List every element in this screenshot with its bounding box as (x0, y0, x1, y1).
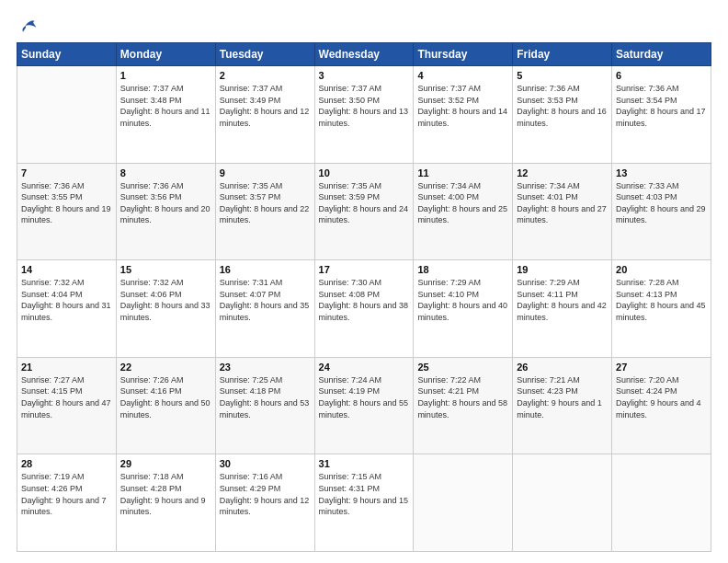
sunset-text: Sunset: 4:10 PM (417, 290, 479, 299)
sunset-text: Sunset: 4:23 PM (517, 386, 578, 396)
weekday-header: Saturday (612, 43, 711, 66)
day-number: 15 (120, 264, 211, 275)
day-info: Sunrise: 7:37 AM Sunset: 3:52 PM Dayligh… (417, 83, 508, 129)
day-number: 19 (517, 264, 608, 275)
sunrise-text: Sunrise: 7:16 AM (220, 472, 283, 481)
daylight-text: Daylight: 9 hours and 7 minutes. (21, 496, 107, 517)
calendar-day-cell: 6 Sunrise: 7:36 AM Sunset: 3:54 PM Dayli… (612, 66, 711, 164)
sunset-text: Sunset: 3:56 PM (120, 192, 182, 201)
sunrise-text: Sunrise: 7:36 AM (517, 84, 580, 93)
day-info: Sunrise: 7:36 AM Sunset: 3:54 PM Dayligh… (616, 83, 707, 129)
calendar-day-cell: 18 Sunrise: 7:29 AM Sunset: 4:10 PM Dayl… (414, 260, 513, 358)
sunrise-text: Sunrise: 7:29 AM (417, 278, 481, 287)
day-number: 8 (120, 167, 211, 178)
sunset-text: Sunset: 4:15 PM (21, 386, 83, 396)
calendar-week-row: 7 Sunrise: 7:36 AM Sunset: 3:55 PM Dayli… (17, 163, 711, 260)
day-number: 9 (220, 167, 311, 178)
day-info: Sunrise: 7:18 AM Sunset: 4:28 PM Dayligh… (120, 471, 211, 517)
day-info: Sunrise: 7:25 AM Sunset: 4:18 PM Dayligh… (220, 374, 311, 420)
sunset-text: Sunset: 4:19 PM (319, 386, 381, 396)
calendar-day-cell: 25 Sunrise: 7:22 AM Sunset: 4:21 PM Dayl… (414, 357, 513, 454)
daylight-text: Daylight: 8 hours and 16 minutes. (517, 107, 607, 128)
day-info: Sunrise: 7:34 AM Sunset: 4:01 PM Dayligh… (517, 180, 608, 226)
day-info: Sunrise: 7:36 AM Sunset: 3:55 PM Dayligh… (21, 180, 112, 226)
sunrise-text: Sunrise: 7:37 AM (120, 84, 184, 93)
sunrise-text: Sunrise: 7:15 AM (319, 472, 382, 481)
calendar-day-cell: 9 Sunrise: 7:35 AM Sunset: 3:57 PM Dayli… (215, 163, 314, 260)
sunset-text: Sunset: 4:28 PM (120, 484, 182, 493)
day-number: 2 (220, 70, 311, 81)
calendar-day-cell: 23 Sunrise: 7:25 AM Sunset: 4:18 PM Dayl… (215, 357, 314, 454)
calendar-day-cell: 5 Sunrise: 7:36 AM Sunset: 3:53 PM Dayli… (513, 66, 612, 164)
calendar-day-cell: 7 Sunrise: 7:36 AM Sunset: 3:55 PM Dayli… (17, 163, 117, 260)
sunset-text: Sunset: 4:18 PM (220, 386, 281, 396)
day-info: Sunrise: 7:37 AM Sunset: 3:48 PM Dayligh… (120, 83, 211, 129)
sunset-text: Sunset: 4:03 PM (616, 192, 677, 201)
sunset-text: Sunset: 3:59 PM (319, 192, 381, 201)
sunset-text: Sunset: 4:16 PM (120, 386, 182, 396)
calendar-day-cell: 4 Sunrise: 7:37 AM Sunset: 3:52 PM Dayli… (414, 66, 513, 164)
sunset-text: Sunset: 4:01 PM (517, 192, 578, 201)
day-info: Sunrise: 7:15 AM Sunset: 4:31 PM Dayligh… (319, 471, 410, 517)
daylight-text: Daylight: 9 hours and 1 minute. (517, 398, 602, 419)
daylight-text: Daylight: 8 hours and 25 minutes. (417, 204, 507, 225)
day-number: 14 (21, 264, 112, 275)
day-info: Sunrise: 7:33 AM Sunset: 4:03 PM Dayligh… (616, 180, 707, 226)
sunrise-text: Sunrise: 7:19 AM (21, 472, 85, 481)
sunrise-text: Sunrise: 7:20 AM (616, 375, 679, 385)
day-number: 12 (517, 167, 608, 178)
day-info: Sunrise: 7:32 AM Sunset: 4:06 PM Dayligh… (120, 277, 211, 323)
day-number: 27 (616, 362, 707, 373)
calendar-week-row: 14 Sunrise: 7:32 AM Sunset: 4:04 PM Dayl… (17, 260, 711, 358)
sunrise-text: Sunrise: 7:36 AM (120, 181, 184, 190)
calendar-day-cell: 24 Sunrise: 7:24 AM Sunset: 4:19 PM Dayl… (314, 357, 414, 454)
sunrise-text: Sunrise: 7:21 AM (517, 375, 580, 385)
day-number: 7 (21, 167, 112, 178)
sunrise-text: Sunrise: 7:35 AM (319, 181, 382, 190)
day-info: Sunrise: 7:31 AM Sunset: 4:07 PM Dayligh… (220, 277, 311, 323)
sunrise-text: Sunrise: 7:28 AM (616, 278, 679, 287)
sunrise-text: Sunrise: 7:24 AM (319, 375, 382, 385)
sunset-text: Sunset: 4:29 PM (220, 484, 281, 493)
daylight-text: Daylight: 8 hours and 42 minutes. (517, 301, 607, 322)
daylight-text: Daylight: 8 hours and 35 minutes. (220, 301, 310, 322)
sunrise-text: Sunrise: 7:37 AM (220, 84, 283, 93)
daylight-text: Daylight: 9 hours and 12 minutes. (220, 496, 310, 517)
calendar-day-cell: 13 Sunrise: 7:33 AM Sunset: 4:03 PM Dayl… (612, 163, 711, 260)
sunset-text: Sunset: 3:54 PM (616, 96, 677, 105)
day-number: 28 (21, 458, 112, 469)
day-info: Sunrise: 7:22 AM Sunset: 4:21 PM Dayligh… (417, 374, 508, 420)
weekday-header: Sunday (17, 43, 117, 66)
day-number: 26 (517, 362, 608, 373)
day-number: 13 (616, 167, 707, 178)
sunset-text: Sunset: 3:52 PM (417, 96, 479, 105)
calendar-day-cell: 16 Sunrise: 7:31 AM Sunset: 4:07 PM Dayl… (215, 260, 314, 358)
daylight-text: Daylight: 8 hours and 55 minutes. (319, 398, 409, 419)
daylight-text: Daylight: 8 hours and 11 minutes. (120, 107, 210, 128)
sunrise-text: Sunrise: 7:37 AM (417, 84, 481, 93)
logo-bird-icon (19, 17, 38, 35)
daylight-text: Daylight: 8 hours and 12 minutes. (220, 107, 310, 128)
sunrise-text: Sunrise: 7:37 AM (319, 84, 382, 93)
sunrise-text: Sunrise: 7:26 AM (120, 375, 184, 385)
day-number: 1 (120, 70, 211, 81)
sunset-text: Sunset: 4:07 PM (220, 290, 281, 299)
day-info: Sunrise: 7:32 AM Sunset: 4:04 PM Dayligh… (21, 277, 112, 323)
calendar-day-cell: 28 Sunrise: 7:19 AM Sunset: 4:26 PM Dayl… (17, 454, 117, 552)
sunset-text: Sunset: 4:24 PM (616, 386, 677, 396)
calendar-day-cell: 3 Sunrise: 7:37 AM Sunset: 3:50 PM Dayli… (314, 66, 414, 164)
sunrise-text: Sunrise: 7:36 AM (21, 181, 85, 190)
daylight-text: Daylight: 8 hours and 53 minutes. (220, 398, 310, 419)
calendar-day-cell: 30 Sunrise: 7:16 AM Sunset: 4:29 PM Dayl… (215, 454, 314, 552)
calendar-week-row: 21 Sunrise: 7:27 AM Sunset: 4:15 PM Dayl… (17, 357, 711, 454)
day-info: Sunrise: 7:35 AM Sunset: 3:57 PM Dayligh… (220, 180, 311, 226)
day-info: Sunrise: 7:27 AM Sunset: 4:15 PM Dayligh… (21, 374, 112, 420)
sunset-text: Sunset: 4:06 PM (120, 290, 182, 299)
daylight-text: Daylight: 9 hours and 15 minutes. (319, 496, 409, 517)
daylight-text: Daylight: 8 hours and 58 minutes. (417, 398, 507, 419)
sunset-text: Sunset: 4:04 PM (21, 290, 83, 299)
sunrise-text: Sunrise: 7:34 AM (517, 181, 580, 190)
day-info: Sunrise: 7:29 AM Sunset: 4:11 PM Dayligh… (517, 277, 608, 323)
daylight-text: Daylight: 8 hours and 22 minutes. (220, 204, 310, 225)
daylight-text: Daylight: 8 hours and 50 minutes. (120, 398, 210, 419)
